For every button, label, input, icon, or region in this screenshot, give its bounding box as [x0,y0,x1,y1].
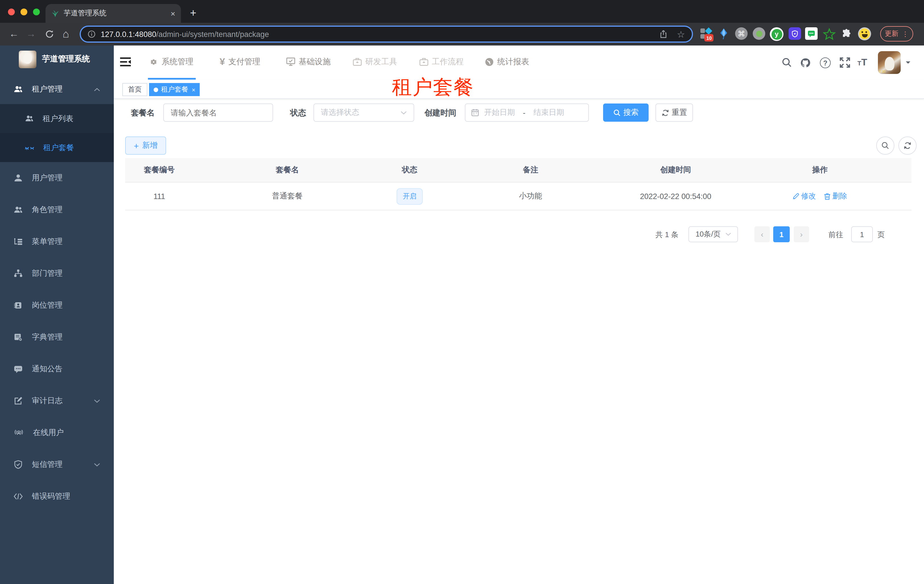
col-header-created[interactable]: 创建时间 [623,158,728,182]
sidebar-item-label: 错误码管理 [32,491,70,502]
pagination-unit-label: 页 [877,230,885,240]
col-header-remark[interactable]: 备注 [438,158,623,182]
package-name-input-field[interactable] [164,104,272,121]
reload-icon[interactable] [45,30,54,39]
nav-tab-reports[interactable]: 统计报表 [485,46,529,78]
table-refresh-button[interactable] [898,137,917,155]
col-header-actions[interactable]: 操作 [728,158,911,182]
url-text[interactable]: 127.0.0.1:48080/admin-ui/system/tenant/p… [101,30,650,38]
sidebar-item-dict-management[interactable]: 字典管理 [0,321,114,353]
font-size-icon[interactable]: TT [858,57,867,68]
table-search-toggle-button[interactable] [876,137,894,155]
url-bar[interactable]: 127.0.0.1:48080/admin-ui/system/tenant/p… [80,26,693,43]
avatar-caret-down-icon[interactable] [906,61,910,66]
delete-link[interactable]: 删除 [824,191,847,201]
site-info-icon[interactable] [87,30,96,38]
share-icon[interactable] [658,30,668,39]
sidebar-submenu-tenant: 租户列表 租户套餐 [0,104,114,162]
extension-command-icon[interactable]: ⌘ [735,27,747,40]
nav-tab-workflow[interactable]: 工作流程 [419,46,464,78]
sidebar-item-menu-management[interactable]: 菜单管理 [0,226,114,258]
tab-close-icon[interactable]: × [171,9,175,18]
traffic-light-minimize[interactable] [20,8,27,15]
date-start-placeholder[interactable]: 开始日期 [484,107,515,118]
reset-button[interactable]: 重置 [655,104,693,122]
sidebar-collapse-icon[interactable] [120,58,131,67]
search-icon [613,109,620,116]
chevron-down-icon [94,462,100,467]
col-header-id[interactable]: 套餐编号 [125,158,193,182]
nav-tab-payment[interactable]: ¥ 支付管理 [219,46,260,78]
date-end-placeholder[interactable]: 结束日期 [533,107,564,118]
fullscreen-icon[interactable] [840,58,850,67]
browser-tab[interactable]: 芋道管理系统 × [46,4,181,23]
sidebar-logo-block[interactable]: 芋道管理系统 [0,46,114,73]
trash-icon [824,192,831,200]
date-range-picker[interactable]: 开始日期 - 结束日期 [465,104,589,122]
status-select-placeholder: 请选择状态 [321,107,359,118]
nav-tab-system[interactable]: 系统管理 [149,46,193,78]
tag-home[interactable]: 首页 [122,83,147,96]
add-button[interactable]: + 新增 [125,137,166,155]
sidebar-item-tenant-management[interactable]: 租户管理 [0,77,114,101]
extension-emoji-icon[interactable] [858,27,871,40]
browser-menu-kebab-icon[interactable]: ⋮ [902,30,909,38]
pagination-next-button[interactable]: › [794,226,809,242]
bookmark-star-icon[interactable]: ☆ [677,29,685,39]
sidebar-item-error-code-management[interactable]: 错误码管理 [0,480,114,512]
dashboard-icon [485,57,494,66]
extension-shield-icon[interactable] [789,27,801,40]
app-window: 芋道管理系统 租户管理 租户列表 租户套餐 用户管理 [0,46,924,584]
sidebar-item-audit-log[interactable]: 审计日志 [0,385,114,417]
sidebar-item-label: 岗位管理 [32,300,63,311]
extension-grid-icon[interactable]: 10 [700,27,712,40]
extension-dot-icon[interactable] [753,27,765,40]
col-header-name[interactable]: 套餐名 [193,158,381,182]
back-icon[interactable]: ← [9,28,19,40]
page-size-select[interactable]: 10条/页 [688,226,738,242]
package-name-input[interactable] [163,104,273,122]
pagination-prev-button[interactable]: ‹ [754,226,770,242]
tag-label: 首页 [128,85,142,94]
extension-y-icon[interactable]: y [770,27,784,41]
traffic-light-zoom[interactable] [33,8,40,15]
tag-tenant-package[interactable]: 租户套餐 × [149,83,200,96]
new-tab-button[interactable]: + [190,6,196,20]
home-icon[interactable]: ⌂ [63,28,69,40]
sidebar-item-tenant-list[interactable]: 租户列表 [0,104,114,133]
col-header-status[interactable]: 状态 [381,158,438,182]
sidebar-item-user-management[interactable]: 用户管理 [0,162,114,194]
sidebar-item-role-management[interactable]: 角色管理 [0,194,114,226]
forward-icon[interactable]: → [26,28,36,40]
table-row[interactable]: 111 普通套餐 开启 小功能 2022-02-22 00:54:00 修改 [125,183,911,211]
extension-kite-icon[interactable] [718,28,729,40]
edit-link[interactable]: 修改 [792,191,816,201]
help-question-icon[interactable]: ? [820,58,831,68]
pagination-page-1[interactable]: 1 [773,226,790,242]
sidebar-item-post-management[interactable]: 岗位管理 [0,290,114,321]
extensions-puzzle-icon[interactable] [841,28,853,40]
nav-tab-label: 支付管理 [228,57,260,67]
sidebar-item-online-users[interactable]: 在线用户 [0,417,114,449]
page-size-value: 10条/页 [696,229,721,239]
header-search-icon[interactable] [782,58,792,67]
status-select[interactable]: 请选择状态 [314,104,414,122]
search-button[interactable]: 搜索 [603,104,648,122]
browser-update-button[interactable]: 更新 ⋮ [880,26,913,41]
github-icon[interactable] [800,58,811,68]
nav-tab-dev-tools[interactable]: 研发工具 [353,46,397,78]
sidebar-item-sms-management[interactable]: 短信管理 [0,449,114,480]
favicon-plant-icon [51,9,59,17]
extension-star-icon[interactable] [823,28,836,41]
traffic-light-close[interactable] [8,8,15,15]
tag-label: 租户套餐 [161,85,188,94]
extension-chat-icon[interactable] [805,27,818,40]
sidebar-item-tenant-package[interactable]: 租户套餐 [0,133,114,162]
nav-tab-infrastructure[interactable]: 基础设施 [286,46,330,78]
pagination-goto-input[interactable] [851,226,873,242]
sidebar-item-department-management[interactable]: 部门管理 [0,258,114,290]
sidebar-item-notice-announcement[interactable]: 通知公告 [0,353,114,385]
calendar-icon [471,109,479,117]
user-avatar[interactable] [878,51,901,74]
tag-close-icon[interactable]: × [192,86,195,93]
